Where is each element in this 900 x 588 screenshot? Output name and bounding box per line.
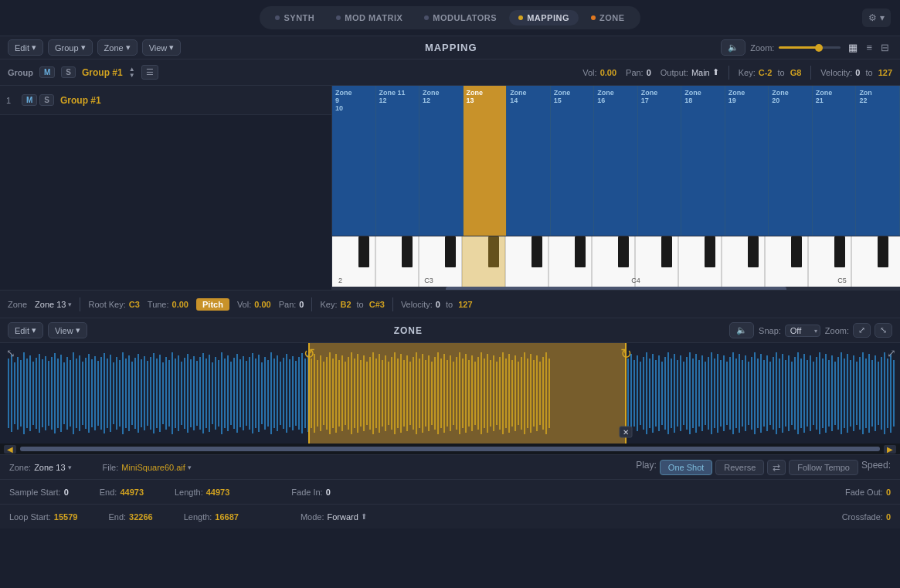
zone-key-to[interactable]: C#3 <box>369 300 385 309</box>
svg-rect-157 <box>391 357 392 430</box>
reverse-button[interactable]: Reverse <box>715 460 764 475</box>
info-zone-name-selector[interactable]: Zone 13 ▾ <box>34 463 71 472</box>
svg-rect-167 <box>422 354 423 433</box>
key-to[interactable]: G8 <box>790 68 802 77</box>
zone-pan-value[interactable]: 0 <box>299 300 304 309</box>
group-list-button[interactable]: ☰ <box>141 65 158 80</box>
grid-view-button[interactable]: ▦ <box>845 40 861 55</box>
snap-select[interactable]: Off 1/16 1/8 1/4 <box>785 325 820 337</box>
sample-end-value[interactable]: 44973 <box>120 488 144 497</box>
crossfade-value[interactable]: 0 <box>886 512 891 522</box>
edit-menu-button[interactable]: Edit ▾ <box>8 39 43 56</box>
sample-start-value[interactable]: 0 <box>64 488 69 497</box>
zone-key-from[interactable]: B2 <box>340 300 351 309</box>
zoom-fit-button[interactable]: ⤢ <box>853 323 871 338</box>
zone-vel-from[interactable]: 0 <box>436 300 440 309</box>
loop-length-value[interactable]: 16687 <box>215 512 239 522</box>
zone-edit-menu-button[interactable]: Edit ▾ <box>8 322 43 338</box>
gear-button[interactable]: ⚙ ▾ <box>862 8 891 27</box>
zone-col-11[interactable]: Zone 1112 <box>376 86 420 236</box>
zone-col-9-10[interactable]: Zone910 <box>332 86 376 236</box>
sep-zs1 <box>80 297 80 311</box>
loop-mode-label: Mode: <box>301 512 324 522</box>
svg-rect-64 <box>107 359 108 428</box>
key-from[interactable]: C-2 <box>759 68 773 77</box>
svg-rect-36 <box>20 360 22 427</box>
list-view-button[interactable]: ≡ <box>863 40 875 55</box>
svg-rect-205 <box>539 362 541 425</box>
speaker-button[interactable]: 🔈 <box>721 39 745 56</box>
svg-rect-283 <box>856 362 858 425</box>
zoom-thumb[interactable] <box>815 44 823 52</box>
zone-col-14[interactable]: Zone14 <box>507 86 551 236</box>
svg-rect-113 <box>258 355 260 432</box>
scroll-left-button[interactable]: ◀ <box>4 445 16 454</box>
zoom-label-zone: Zoom: <box>825 326 849 335</box>
one-shot-button[interactable]: One Shot <box>660 460 712 475</box>
output-selector[interactable]: Main ⬆ <box>691 67 719 77</box>
group-arrows[interactable]: ▲ ▼ <box>129 66 135 79</box>
zone-menu-button[interactable]: Zone ▾ <box>97 39 138 56</box>
zone-speaker-button[interactable]: 🔈 <box>729 322 754 338</box>
nav-item-zone[interactable]: ZONE <box>582 10 634 25</box>
mute-button[interactable]: M <box>39 66 55 78</box>
zone-name-selector[interactable]: Zone 13 ▾ <box>35 300 72 309</box>
svg-rect-90 <box>187 354 188 433</box>
zone-editor-title: ZONE <box>92 325 725 336</box>
zone-col-17[interactable]: Zone17 <box>638 86 682 236</box>
snap-selector[interactable]: Off 1/16 1/8 1/4 ▾ <box>785 325 820 337</box>
zone-vol-value[interactable]: 0.00 <box>254 300 270 309</box>
solo-button[interactable]: S <box>61 66 76 78</box>
velocity-to[interactable]: 127 <box>878 68 892 77</box>
nav-item-synth[interactable]: SYNTH <box>266 10 324 25</box>
zoom-slider[interactable] <box>779 46 841 49</box>
zone-col-20[interactable]: Zone20 <box>769 86 813 236</box>
zone-col-13[interactable]: Zone13 <box>464 86 508 236</box>
view-menu-button[interactable]: View ▾ <box>142 39 182 56</box>
zone-col-21[interactable]: Zone21 <box>813 86 857 236</box>
svg-rect-257 <box>776 352 777 434</box>
zone-view-menu-button[interactable]: View ▾ <box>48 322 87 338</box>
follow-tempo-button[interactable]: Follow Tempo <box>789 460 858 475</box>
svg-rect-254 <box>766 355 768 431</box>
loop-start-value[interactable]: 15579 <box>54 512 78 522</box>
zone-col-16[interactable]: Zone16 <box>594 86 638 236</box>
svg-rect-265 <box>800 359 802 428</box>
root-key-value[interactable]: C3 <box>129 300 140 309</box>
zoom-expand-button[interactable]: ⤡ <box>875 323 892 338</box>
bounce-button[interactable]: ⇄ <box>767 460 786 475</box>
nav-item-mapping[interactable]: MAPPING <box>509 10 579 25</box>
zone-col-12[interactable]: Zone12 <box>419 86 464 236</box>
svg-rect-92 <box>193 356 195 430</box>
loop-end-value[interactable]: 32266 <box>129 512 153 522</box>
loop-mode-selector[interactable]: Forward ⬆ <box>328 512 367 522</box>
svg-rect-275 <box>831 355 833 431</box>
fade-out-value[interactable]: 0 <box>886 488 891 497</box>
detail-view-button[interactable]: ⊟ <box>878 40 892 55</box>
vol-value[interactable]: 0.00 <box>600 68 616 77</box>
fade-in-value[interactable]: 0 <box>326 488 331 497</box>
pan-value[interactable]: 0 <box>647 68 651 77</box>
scroll-right-button[interactable]: ▶ <box>884 445 896 454</box>
zone-col-19[interactable]: Zone19 <box>725 86 769 236</box>
velocity-from[interactable]: 0 <box>855 68 860 77</box>
zone-scrollbar[interactable] <box>332 287 900 290</box>
zone-col-18[interactable]: Zone18 <box>681 86 725 236</box>
zone-col-15[interactable]: Zone15 <box>551 86 595 236</box>
nav-item-mod-matrix[interactable]: MOD MATRIX <box>327 10 412 25</box>
group-menu-button[interactable]: Group ▾ <box>48 39 93 56</box>
svg-rect-145 <box>354 359 355 428</box>
file-selector[interactable]: MiniSquare60.aif ▾ <box>121 463 192 472</box>
pitch-button[interactable]: Pitch <box>196 298 229 311</box>
svg-rect-166 <box>419 359 420 428</box>
sample-start: Sample Start: 0 <box>9 488 69 497</box>
zone-scrollbar-thumb[interactable] <box>446 287 786 290</box>
tune-value[interactable]: 0.00 <box>172 300 188 309</box>
scroll-track[interactable] <box>20 447 880 451</box>
sample-length-value[interactable]: 44973 <box>206 488 230 497</box>
zone-vel-to[interactable]: 127 <box>458 300 472 309</box>
zone-col-22[interactable]: Zon22 <box>856 86 900 236</box>
track-solo-button[interactable]: S <box>39 94 54 106</box>
track-mute-button[interactable]: M <box>22 94 37 106</box>
nav-item-modulators[interactable]: MODULATORS <box>415 10 506 25</box>
